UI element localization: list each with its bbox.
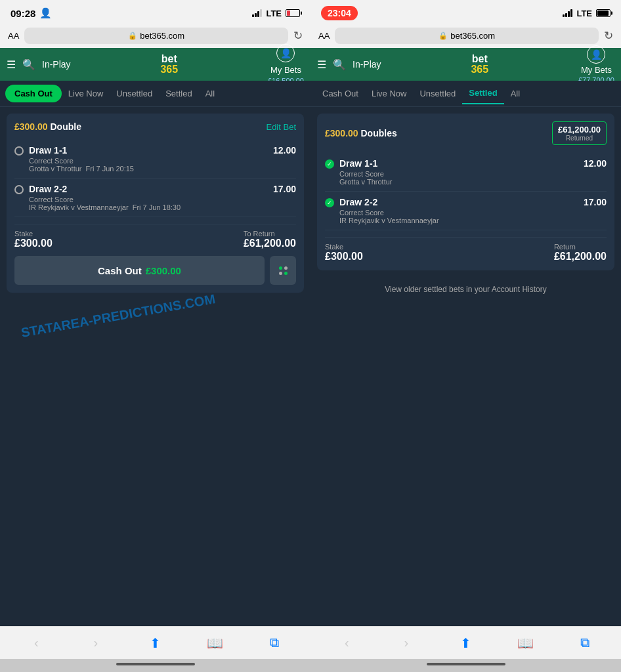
right-bet-title: £300.00 Doubles [325, 128, 397, 138]
left-bet-stake: £300.00 [14, 121, 48, 132]
right-tab-settled[interactable]: Settled [462, 83, 503, 104]
left-edit-bet-button[interactable]: Edit Bet [266, 122, 296, 132]
left-back-button[interactable]: ‹ [23, 635, 49, 650]
left-cashout-button[interactable]: Cash Out £300.00 [14, 256, 265, 285]
left-time: 09:28 [11, 8, 35, 19]
left-account[interactable]: 👤 My Bets £16,500.00 [268, 44, 304, 85]
right-home-indicator [427, 663, 505, 665]
left-dot-4 [284, 272, 288, 275]
left-hamburger-icon[interactable]: ☰ [7, 58, 16, 71]
left-ios-bottom: ‹ › ⬆ 📖 ⧉ [0, 626, 310, 659]
right-lock-icon: 🔒 [439, 32, 448, 40]
left-mybets-label[interactable]: My Bets [270, 65, 301, 75]
left-cashout-btn-amount: £300.00 [146, 265, 181, 276]
right-share-button[interactable]: ⬆ [452, 635, 479, 651]
left-account-icon: 👤 [276, 44, 295, 62]
right-bookmarks-button[interactable]: 📖 [512, 635, 538, 651]
left-toreturn-value: £61,200.00 [244, 238, 296, 249]
left-person-icon: 👤 [39, 7, 52, 19]
left-sel2-indicator [14, 185, 24, 194]
right-hamburger-icon[interactable]: ☰ [317, 58, 326, 71]
left-tab-cashout[interactable]: Cash Out [5, 85, 62, 102]
right-sel2-indicator: ✓ [325, 198, 334, 207]
right-tab-cashout[interactable]: Cash Out [316, 83, 365, 104]
left-dot-2 [284, 266, 288, 270]
left-dot-3 [279, 272, 282, 275]
left-aa[interactable]: AA [8, 31, 19, 41]
left-tab-livenow[interactable]: Live Now [62, 83, 110, 104]
left-url: bet365.com [140, 31, 184, 41]
left-tab-settled[interactable]: Settled [159, 83, 198, 104]
left-sel1-meta: Correct ScoreGrotta v Throttur Fri 7 Jun… [14, 157, 296, 173]
left-bet365-logo[interactable]: bet 365 [160, 54, 178, 75]
right-timer-badge: 23:04 [321, 6, 358, 20]
right-sel2-name: Draw 2-2 [339, 197, 377, 207]
left-sel1-indicator [14, 146, 24, 156]
right-tabs-bar: Cash Out Live Now Unsettled Settled All [310, 81, 621, 107]
right-content: £300.00 Doubles £61,200.00 Returned ✓ Dr… [310, 107, 621, 626]
right-stake-label: Stake [325, 243, 363, 251]
left-url-bar[interactable]: 🔒 bet365.com [24, 28, 288, 44]
left-share-button[interactable]: ⬆ [142, 635, 168, 651]
left-inplay-link[interactable]: In-Play [42, 59, 71, 70]
right-sel1-indicator: ✓ [325, 159, 334, 169]
right-tab-unsettled[interactable]: Unsettled [413, 83, 462, 104]
left-sel1-name: Draw 1-1 [29, 145, 67, 156]
right-phone: 23:04 LTE AA 🔒 bet365.com [310, 0, 621, 659]
right-bet-card: £300.00 Doubles £61,200.00 Returned ✓ Dr… [317, 114, 614, 270]
left-cashout-btn-label: Cash Out [98, 265, 142, 276]
right-signal [563, 9, 572, 17]
right-inplay-link[interactable]: In-Play [353, 59, 381, 70]
left-refresh-button[interactable]: ↻ [293, 29, 303, 43]
left-tabs-bar: Cash Out Live Now Unsettled Settled All [0, 81, 310, 107]
right-sel1-meta: Correct ScoreGrotta v Throttur [325, 170, 607, 186]
right-browser-bar: AA 🔒 bet365.com ↻ [310, 24, 621, 48]
right-return-label: Return [554, 243, 607, 251]
left-cashout-settings-button[interactable] [270, 256, 296, 285]
left-forward-button[interactable]: › [83, 635, 109, 650]
right-refresh-button[interactable]: ↻ [604, 29, 613, 43]
right-bet365-logo[interactable]: bet 365 [471, 54, 488, 75]
right-search-icon[interactable]: 🔍 [333, 58, 346, 71]
right-sel1-odds: 12.00 [584, 158, 607, 169]
right-view-history-link[interactable]: View older settled bets in your Account … [317, 277, 614, 302]
right-logo-365: 365 [471, 64, 488, 75]
left-nav-bar: ☰ 🔍 In-Play bet 365 👤 My Bets £16,500.00 [0, 48, 310, 81]
left-battery [286, 9, 300, 17]
right-back-button[interactable]: ‹ [333, 635, 360, 650]
left-browser-bar: AA 🔒 bet365.com ↻ [0, 24, 310, 48]
left-content: £300.00 Double Edit Bet Draw 1-1 12.00 C [0, 107, 310, 626]
right-ios-bottom: ‹ › ⬆ 📖 ⧉ [310, 626, 621, 659]
left-dot-1 [279, 266, 282, 270]
left-sel1-odds: 12.00 [273, 145, 296, 156]
right-returned-amount: £61,200.00 [558, 125, 601, 135]
left-tabs-button[interactable]: ⧉ [261, 635, 288, 650]
left-signal [252, 9, 262, 17]
right-account-icon: 👤 [587, 45, 605, 64]
left-logo-365: 365 [160, 64, 178, 75]
left-stake-row: Stake £300.00 To Return £61,200.00 [14, 224, 296, 249]
left-sel2-name: Draw 2-2 [29, 184, 67, 194]
left-search-icon[interactable]: 🔍 [22, 58, 35, 71]
right-selection-1: ✓ Draw 1-1 12.00 Correct ScoreGrotta v T… [325, 153, 607, 192]
right-logo-bet: bet [472, 53, 488, 64]
left-lock-icon: 🔒 [128, 32, 137, 40]
left-selection-2: Draw 2-2 17.00 Correct ScoreIR Reykjavik… [14, 178, 296, 217]
left-stake-label: Stake [14, 230, 53, 238]
left-bet-title: £300.00 Double [14, 121, 81, 132]
left-tab-all[interactable]: All [199, 83, 221, 104]
right-sel2-odds: 17.00 [584, 197, 607, 207]
right-bet-stake: £300.00 [325, 128, 358, 138]
right-mybets-label[interactable]: My Bets [581, 65, 612, 75]
right-account[interactable]: 👤 My Bets £77,700.00 [578, 45, 614, 84]
right-tab-all[interactable]: All [504, 83, 526, 104]
left-bookmarks-button[interactable]: 📖 [202, 635, 228, 651]
right-tabs-button[interactable]: ⧉ [572, 635, 598, 650]
left-tab-unsettled[interactable]: Unsettled [110, 83, 159, 104]
right-tab-livenow[interactable]: Live Now [365, 83, 413, 104]
left-cashout-row: Cash Out £300.00 [14, 256, 296, 285]
right-url-bar[interactable]: 🔒 bet365.com [335, 28, 599, 44]
left-phone: 09:28 👤 LTE AA 🔒 bet365.c [0, 0, 310, 659]
right-aa[interactable]: AA [318, 31, 330, 41]
right-forward-button[interactable]: › [393, 635, 419, 650]
